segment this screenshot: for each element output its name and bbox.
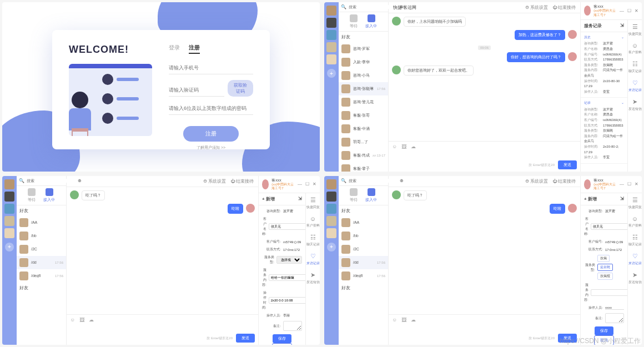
workspace-avatar[interactable] bbox=[326, 204, 336, 214]
code-input[interactable] bbox=[169, 84, 224, 97]
tab-visit-records[interactable]: ♡来访记录 bbox=[306, 253, 320, 266]
workspace-avatar[interactable] bbox=[4, 179, 14, 189]
workspace-avatar[interactable] bbox=[326, 30, 336, 40]
workspace-avatar[interactable] bbox=[326, 228, 336, 238]
expand-icon[interactable]: ⇲ bbox=[620, 23, 624, 29]
register-button[interactable]: 注册 bbox=[183, 126, 239, 142]
workspace-avatar[interactable] bbox=[326, 54, 336, 64]
tab-serving[interactable]: 接入中 bbox=[43, 188, 55, 203]
image-icon[interactable]: 🖼 bbox=[401, 317, 406, 323]
tag-option[interactable]: 按揭 bbox=[597, 255, 610, 262]
save-button[interactable]: 保存 bbox=[273, 334, 291, 343]
terms-link[interactable]: 了解用户须知 >> bbox=[169, 145, 253, 150]
tab-register[interactable]: 注册 bbox=[189, 44, 200, 54]
tag-option[interactable]: 按揭报 bbox=[597, 273, 613, 280]
tab-waiting[interactable]: 等待 bbox=[350, 14, 358, 29]
save-button[interactable]: 保存 bbox=[595, 326, 613, 335]
remark-input[interactable] bbox=[605, 313, 624, 323]
chevron-down-icon[interactable]: ⌄ bbox=[621, 35, 624, 41]
end-session-link[interactable]: ⏻ 结束接待 bbox=[552, 4, 576, 11]
tab-visit-records[interactable]: ♡来访记录 bbox=[628, 79, 642, 93]
customer-name-input[interactable] bbox=[591, 223, 627, 230]
upload-icon[interactable]: ☁ bbox=[89, 317, 94, 323]
tag-option[interactable]: 提前晓 bbox=[597, 264, 613, 271]
conversation-item[interactable]: 羽哥...了 bbox=[339, 135, 388, 149]
workspace-avatar[interactable] bbox=[4, 216, 14, 226]
maximize-icon[interactable]: ☐ bbox=[305, 182, 309, 187]
conversation-item[interactable]: /2C bbox=[339, 243, 388, 256]
workspace-avatar[interactable] bbox=[326, 6, 336, 16]
workspace-avatar[interactable] bbox=[4, 204, 14, 214]
cancel-button[interactable]: 取消 bbox=[272, 343, 292, 345]
service-type-select[interactable]: 选择项 bbox=[276, 256, 302, 264]
tab-waiting[interactable]: 等待 bbox=[28, 188, 36, 203]
conversation-item[interactable]: 客服·中涵 bbox=[339, 122, 388, 135]
tab-quick-reply[interactable]: ☰快捷回复 bbox=[628, 23, 642, 37]
send-button[interactable]: 发送 bbox=[236, 334, 255, 343]
image-icon[interactable]: 🖼 bbox=[79, 317, 84, 323]
workspace-avatar[interactable] bbox=[4, 192, 14, 202]
add-workspace-button[interactable]: + bbox=[5, 243, 14, 252]
password-input[interactable] bbox=[169, 102, 253, 115]
tab-customer-info[interactable]: ☺客户资料 bbox=[628, 42, 642, 55]
conversation-item[interactable]: /bb bbox=[339, 229, 388, 243]
tab-send-sms[interactable]: ➤发送短信 bbox=[628, 271, 642, 285]
conversation-item[interactable]: 入款·李华 bbox=[339, 56, 388, 69]
minimize-icon[interactable]: — bbox=[620, 182, 624, 187]
tab-send-sms[interactable]: ➤发送短信 bbox=[306, 271, 320, 285]
conversation-item[interactable]: /AA bbox=[17, 216, 66, 229]
upload-icon[interactable]: ☁ bbox=[411, 317, 416, 323]
workspace-avatar[interactable] bbox=[4, 228, 14, 238]
close-icon[interactable]: ✕ bbox=[635, 182, 638, 187]
tab-customer-info[interactable]: ☺客户资料 bbox=[628, 215, 642, 228]
image-icon[interactable]: 🖼 bbox=[401, 144, 406, 149]
get-code-button[interactable]: 获取验证码 bbox=[228, 80, 253, 97]
conversation-item[interactable]: 客服·零子 bbox=[339, 162, 388, 172]
service-content-input[interactable] bbox=[269, 274, 305, 281]
close-icon[interactable]: ✕ bbox=[635, 8, 638, 13]
chevron-down-icon[interactable]: ⌄ bbox=[621, 100, 624, 106]
tab-serving[interactable]: 接入中 bbox=[365, 14, 377, 29]
workspace-avatar[interactable] bbox=[326, 216, 336, 226]
expand-icon[interactable]: ⇲ bbox=[620, 196, 624, 202]
conversation-item[interactable]: /degfl17:56 bbox=[17, 269, 66, 283]
remark-input[interactable] bbox=[283, 321, 302, 331]
end-session-link[interactable]: ⏻ 结束接待 bbox=[230, 178, 254, 184]
service-content-input[interactable] bbox=[591, 289, 627, 296]
end-session-link[interactable]: ⏻ 结束接待 bbox=[552, 178, 576, 184]
conversation-item[interactable]: 咨询·警儿花 bbox=[339, 95, 388, 109]
settings-link[interactable]: ⚙ 系统设置 bbox=[525, 178, 548, 184]
tab-send-sms[interactable]: ➤发送短信 bbox=[628, 98, 642, 112]
conversation-item[interactable]: 咨询·小马 bbox=[339, 69, 388, 82]
conversation-item[interactable]: 客服·尚成zz:13-17 bbox=[339, 149, 388, 162]
settings-link[interactable]: ⚙ 系统设置 bbox=[525, 4, 548, 11]
tab-quick-reply[interactable]: ☰快捷回复 bbox=[306, 197, 320, 210]
conversation-item[interactable]: 咨询·罗军 bbox=[339, 42, 388, 56]
tab-chat-history[interactable]: ☷聊天记录 bbox=[628, 234, 642, 247]
conversation-item[interactable]: /2C bbox=[17, 243, 66, 256]
tab-serving[interactable]: 接入中 bbox=[365, 188, 377, 203]
tab-waiting[interactable]: 等待 bbox=[350, 188, 358, 203]
conversation-item[interactable]: /dd17:56 bbox=[17, 256, 66, 269]
workspace-avatar[interactable] bbox=[326, 192, 336, 202]
upload-icon[interactable]: ☁ bbox=[411, 144, 416, 149]
tab-quick-reply[interactable]: ☰快捷回复 bbox=[628, 197, 642, 210]
expand-icon[interactable]: ⇲ bbox=[298, 196, 302, 202]
conversation-item[interactable]: 咨询·张晓琳17:56 bbox=[339, 82, 388, 95]
minimize-icon[interactable]: — bbox=[298, 182, 302, 187]
conversation-item[interactable]: /bb bbox=[17, 229, 66, 243]
workspace-avatar[interactable] bbox=[326, 42, 336, 52]
workspace-avatar[interactable] bbox=[326, 179, 336, 189]
close-icon[interactable]: ✕ bbox=[313, 182, 316, 187]
conversation-item[interactable]: /AA bbox=[339, 216, 388, 229]
tab-chat-history[interactable]: ☷聊天记录 bbox=[628, 61, 642, 74]
add-workspace-button[interactable]: + bbox=[327, 243, 336, 252]
conversation-item[interactable]: 客服·张哥 bbox=[339, 109, 388, 122]
emoji-icon[interactable]: ☺ bbox=[392, 144, 397, 149]
add-workspace-button[interactable]: + bbox=[327, 69, 336, 78]
tab-chat-history[interactable]: ☷聊天记录 bbox=[306, 234, 320, 247]
emoji-icon[interactable]: ☺ bbox=[70, 317, 75, 323]
tab-customer-info[interactable]: ☺客户资料 bbox=[306, 215, 320, 228]
send-button[interactable]: 发送 bbox=[558, 160, 577, 169]
emoji-icon[interactable]: ☺ bbox=[392, 317, 397, 323]
